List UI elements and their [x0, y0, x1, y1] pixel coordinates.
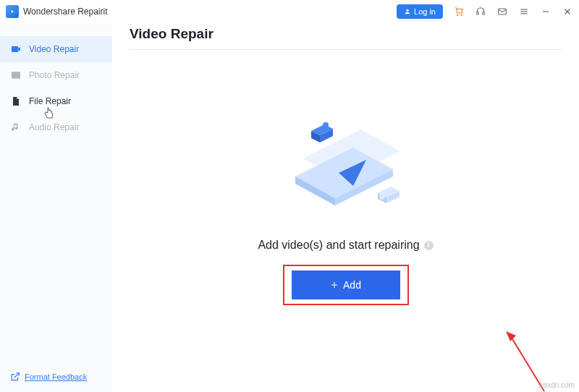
menu-icon[interactable]	[518, 6, 530, 17]
svg-marker-31	[506, 331, 516, 341]
titlebar: Wondershare Repairit Log in	[0, 0, 579, 23]
sidebar: Video Repair Photo Repair File Repair Au…	[0, 23, 112, 392]
headset-icon[interactable]	[475, 6, 486, 17]
info-icon[interactable]: i	[424, 241, 434, 250]
sidebar-item-label: File Repair	[29, 96, 71, 106]
login-label: Log in	[414, 7, 436, 16]
svg-rect-12	[12, 46, 18, 52]
add-button[interactable]: Add	[292, 270, 400, 299]
plus-icon	[330, 281, 339, 289]
svg-point-0	[406, 9, 408, 12]
mail-icon[interactable]	[496, 6, 508, 17]
video-illustration	[274, 111, 418, 220]
photo-icon	[10, 69, 22, 81]
svg-point-27	[379, 194, 385, 200]
sidebar-item-photo-repair[interactable]: Photo Repair	[0, 62, 112, 88]
sidebar-item-video-repair[interactable]: Video Repair	[0, 36, 112, 62]
svg-point-14	[14, 74, 15, 75]
sidebar-item-label: Audio Repair	[29, 122, 79, 132]
app-logo-icon	[6, 5, 19, 18]
add-label: Add	[343, 279, 361, 291]
sidebar-item-label: Photo Repair	[29, 70, 80, 80]
hint-text: Add video(s) and start repairing	[258, 239, 419, 252]
minimize-icon[interactable]	[540, 6, 551, 17]
close-icon[interactable]	[562, 6, 573, 17]
sidebar-item-audio-repair[interactable]: Audio Repair	[0, 114, 112, 140]
svg-rect-4	[483, 12, 484, 14]
file-icon	[10, 95, 22, 107]
titlebar-controls: Log in	[397, 4, 573, 19]
app-name: Wondershare Repairit	[23, 7, 108, 17]
video-icon	[10, 43, 22, 55]
empty-state: Add video(s) and start repairing i Add	[130, 50, 562, 305]
app-brand: Wondershare Repairit	[6, 5, 108, 18]
main-content: Video Repair	[112, 23, 579, 392]
svg-point-23	[323, 122, 329, 128]
cart-icon[interactable]	[453, 6, 465, 17]
page-title: Video Repair	[130, 26, 562, 42]
svg-rect-3	[477, 12, 478, 14]
add-button-highlight: Add	[283, 265, 409, 305]
feedback-label: Format Feedback	[25, 372, 87, 381]
format-feedback-link[interactable]: Format Feedback	[10, 372, 102, 382]
audio-icon	[10, 122, 22, 133]
sidebar-item-label: Video Repair	[29, 44, 79, 54]
svg-point-2	[461, 14, 462, 15]
feedback-icon	[10, 372, 20, 382]
svg-point-1	[457, 14, 458, 15]
watermark: wsxdn.com	[538, 381, 575, 389]
sidebar-item-file-repair[interactable]: File Repair	[0, 88, 112, 114]
user-icon	[404, 8, 411, 15]
login-button[interactable]: Log in	[397, 4, 443, 19]
